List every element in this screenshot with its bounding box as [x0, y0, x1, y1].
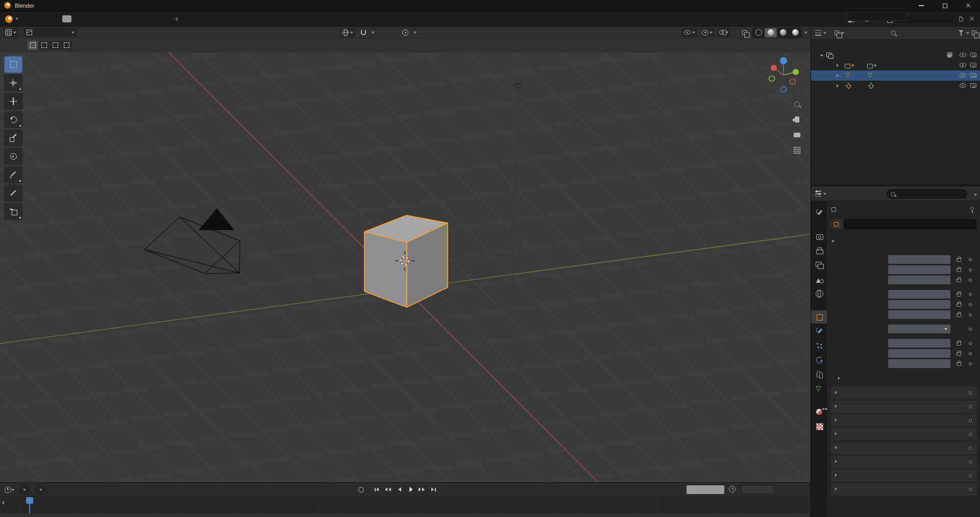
- overlays-dropdown[interactable]: [717, 28, 730, 37]
- pin-id-icon[interactable]: [970, 207, 974, 210]
- tab-view-layer[interactable]: [811, 258, 827, 272]
- drag-grip-icon[interactable]: [968, 487, 972, 491]
- select-mode-button-1[interactable]: [39, 41, 49, 50]
- value-field[interactable]: [888, 290, 950, 299]
- minimize-button[interactable]: [910, 0, 933, 11]
- value-field[interactable]: [888, 349, 950, 358]
- drag-grip-icon[interactable]: [968, 446, 972, 450]
- toggle-xray-button[interactable]: [739, 28, 749, 37]
- pan-button[interactable]: [791, 114, 803, 125]
- transport-play-reverse[interactable]: [395, 485, 404, 494]
- blender-menu-chevron-icon[interactable]: [15, 18, 18, 21]
- disable-in-renders-camera-icon[interactable]: [970, 73, 976, 78]
- tool-scale[interactable]: [4, 130, 22, 146]
- properties-editor-icon[interactable]: [815, 191, 821, 196]
- lock-icon[interactable]: [957, 342, 961, 346]
- gizmos-dropdown[interactable]: [700, 28, 715, 37]
- outliner-row-scene-collection[interactable]: [811, 50, 980, 60]
- filter-options-icon[interactable]: [972, 31, 976, 35]
- value-field[interactable]: [888, 255, 950, 264]
- collection-checkbox-icon[interactable]: [947, 52, 952, 58]
- tool-add-cube[interactable]: [4, 203, 22, 220]
- select-mode-button-0[interactable]: [28, 41, 38, 50]
- lock-icon[interactable]: [957, 268, 961, 272]
- tab-texture[interactable]: [811, 420, 827, 433]
- blender-menu-logo-icon[interactable]: [5, 15, 13, 23]
- transport-previous-keyframe[interactable]: [384, 485, 393, 494]
- outliner-row-cube[interactable]: [811, 70, 980, 81]
- properties-options-chevron-icon[interactable]: [974, 194, 977, 198]
- tool-cursor[interactable]: [4, 75, 22, 91]
- disclosure-right-icon[interactable]: [837, 64, 840, 67]
- transport-jump-to-start[interactable]: [373, 485, 382, 494]
- maximize-button[interactable]: [933, 0, 957, 11]
- object-name-field[interactable]: [844, 219, 976, 229]
- tool-transform[interactable]: [4, 148, 22, 165]
- collapsed-panel[interactable]: [830, 387, 977, 399]
- animate-dot-icon[interactable]: [969, 303, 972, 306]
- tab-constraints[interactable]: [811, 367, 827, 381]
- timeline-editor-type-button[interactable]: [4, 485, 14, 495]
- shading-rendered-button[interactable]: [789, 28, 801, 37]
- lock-icon[interactable]: [957, 352, 961, 356]
- lock-icon[interactable]: [957, 303, 961, 307]
- timeline-keying-menu[interactable]: [35, 485, 47, 494]
- hide-in-viewport-eye-icon[interactable]: [960, 73, 966, 78]
- drag-grip-icon[interactable]: [968, 418, 972, 423]
- toggle-ortho-button[interactable]: [791, 144, 803, 156]
- animate-dot-icon[interactable]: [969, 352, 972, 355]
- scene-name-field[interactable]: [847, 11, 907, 21]
- value-field[interactable]: [888, 300, 950, 309]
- drag-grip-icon[interactable]: [968, 474, 972, 478]
- tab-tool[interactable]: [811, 206, 827, 219]
- chevron-down-icon[interactable]: [823, 32, 826, 36]
- disable-in-renders-camera-icon[interactable]: [970, 83, 976, 88]
- value-field[interactable]: [888, 265, 950, 274]
- tab-object-data[interactable]: [811, 382, 827, 395]
- display-mode-icon[interactable]: [835, 31, 839, 35]
- proportional-editing-button[interactable]: [400, 28, 410, 37]
- object-mode-dropdown[interactable]: [23, 28, 78, 37]
- drag-grip-icon[interactable]: [968, 405, 972, 409]
- collapsed-panel[interactable]: [830, 401, 977, 413]
- animate-dot-icon[interactable]: [969, 342, 972, 345]
- proportional-options-chevron-icon[interactable]: [413, 32, 416, 35]
- tab-modifiers[interactable]: [811, 325, 827, 338]
- tab-particles[interactable]: [811, 339, 827, 352]
- search-icon[interactable]: [891, 31, 896, 35]
- value-field[interactable]: [888, 310, 950, 319]
- snap-toggle-button[interactable]: [358, 28, 369, 37]
- animate-dot-icon[interactable]: [969, 268, 972, 272]
- add-workspace-button[interactable]: +: [175, 14, 179, 23]
- properties-search-field[interactable]: [887, 189, 967, 199]
- outliner-row-light[interactable]: [811, 81, 980, 91]
- drag-grip-icon[interactable]: [968, 432, 972, 436]
- drag-grip-icon[interactable]: [968, 460, 972, 464]
- transport-jump-to-end[interactable]: [429, 485, 438, 494]
- hide-in-viewport-eye-icon[interactable]: [960, 53, 966, 57]
- viewport-scene[interactable]: [0, 27, 811, 482]
- workspace-tab[interactable]: [62, 15, 71, 22]
- outliner-row-camera[interactable]: [811, 60, 980, 70]
- lock-icon[interactable]: [957, 293, 961, 297]
- delta-transform-subpanel[interactable]: [838, 373, 842, 382]
- tab-scene[interactable]: [811, 273, 827, 286]
- filter-icon[interactable]: [959, 30, 964, 36]
- collapsed-panel[interactable]: [830, 442, 977, 454]
- zoom-button[interactable]: [791, 99, 803, 110]
- close-button[interactable]: [957, 0, 980, 11]
- lock-icon[interactable]: [957, 362, 961, 366]
- light-object[interactable]: [514, 81, 524, 91]
- remove-view-layer-icon[interactable]: [968, 15, 976, 23]
- tool-annotate[interactable]: [4, 166, 22, 183]
- shading-material-button[interactable]: [777, 28, 789, 37]
- tool-select-box[interactable]: [4, 56, 22, 73]
- timeline-playback-menu[interactable]: [18, 485, 31, 494]
- lock-icon[interactable]: [957, 258, 961, 262]
- tool-move[interactable]: [4, 93, 22, 110]
- frame-range-field[interactable]: [741, 485, 774, 494]
- select-mode-button-2[interactable]: [50, 41, 60, 50]
- tool-measure[interactable]: [4, 185, 22, 202]
- editor-type-button[interactable]: [3, 28, 18, 37]
- transport-auto-key-record[interactable]: [356, 485, 365, 494]
